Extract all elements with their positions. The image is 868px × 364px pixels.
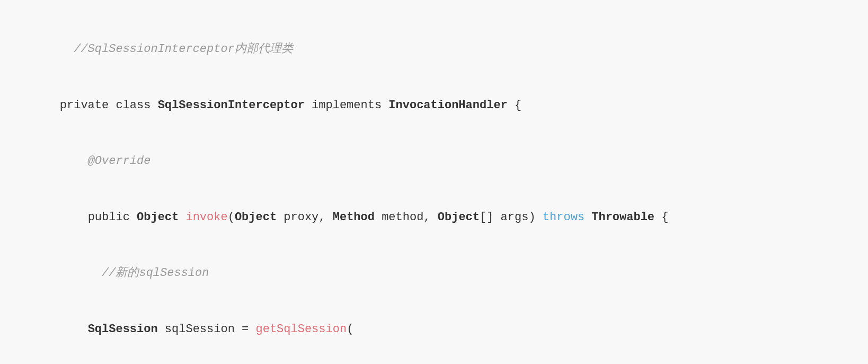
keyword-public: public [88, 211, 137, 224]
keyword-throws: throws [543, 211, 591, 224]
param-method: method, [382, 211, 438, 224]
paren-open-1: ( [228, 211, 235, 224]
type-throwable: Throwable [591, 211, 661, 224]
method-get-sqlsession: getSqlSession [256, 323, 347, 336]
line-sqlsession-decl: SqlSession sqlSession = getSqlSession( [32, 301, 868, 358]
type-object-2: Object [235, 211, 284, 224]
class-name-invocation-handler: InvocationHandler [388, 99, 515, 112]
param-args: args [493, 211, 528, 224]
keyword-implements: implements [312, 99, 388, 112]
open-brace-method: { [661, 211, 668, 224]
param-proxy: proxy, [284, 211, 332, 224]
keyword-class: class [116, 99, 157, 112]
type-object-3: Object [438, 211, 480, 224]
type-sqlsession: SqlSession [88, 323, 165, 336]
class-name-sql-session-interceptor: SqlSessionInterceptor [158, 99, 312, 112]
paren-open-2: ( [347, 323, 353, 336]
paren-close-1: ) [528, 211, 542, 224]
assign-op: = [242, 323, 255, 336]
keyword-private: private [60, 99, 116, 112]
indent-1 [60, 211, 88, 224]
line-override: @Override [32, 133, 868, 189]
type-method: Method [333, 211, 382, 224]
type-object: Object [137, 211, 185, 224]
code-viewer: //SqlSessionInterceptor内部代理类 private cla… [16, 11, 868, 364]
bracket-pair: [] [480, 211, 493, 224]
line-param1: SqlSessionTemplate.this.sqlSessionFactor… [32, 357, 868, 364]
line-comment-inner-proxy: //SqlSessionInterceptor内部代理类 [32, 21, 868, 77]
line-class-declaration: private class SqlSessionInterceptor impl… [32, 77, 868, 134]
line-public-invoke: public Object invoke(Object proxy, Metho… [32, 189, 868, 246]
line-comment-new-session: //新的sqlSession [32, 245, 868, 301]
comment-new-sqlsession: //新的sqlSession [60, 266, 209, 280]
override-annotation: @Override [60, 154, 151, 168]
comment-text: //SqlSessionInterceptor内部代理类 [60, 42, 293, 56]
open-brace-class: { [515, 99, 521, 112]
indent-2 [60, 323, 88, 336]
method-invoke: invoke [185, 211, 227, 224]
var-sqlsession: sqlSession [165, 323, 242, 336]
